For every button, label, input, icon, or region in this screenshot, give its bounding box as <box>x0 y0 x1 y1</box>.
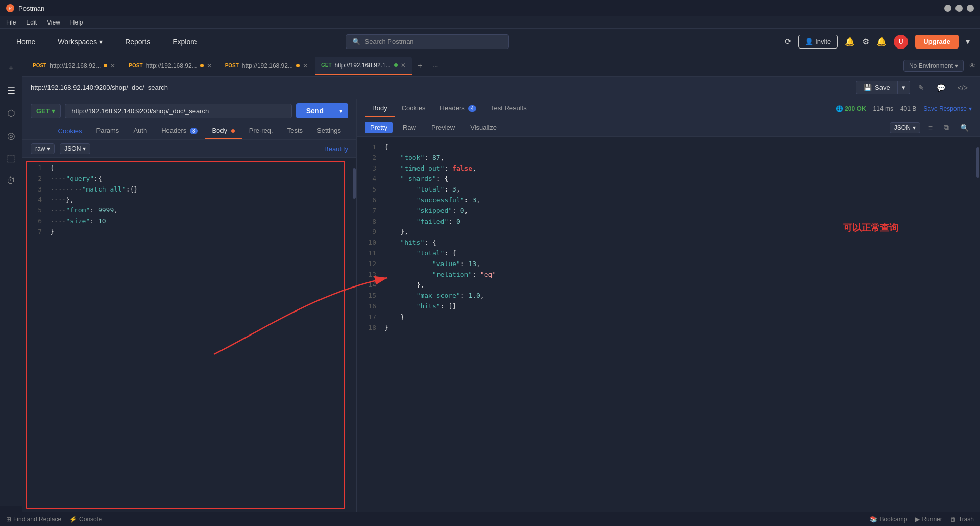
req-tab-prereq[interactable]: Pre-req. <box>242 123 280 139</box>
req-tab-body[interactable]: Body <box>205 123 241 139</box>
find-replace-icon: ⊞ <box>6 516 11 523</box>
request-body-editor[interactable]: 1 { 2 ····"query":{ 3 ········"match_all… <box>22 158 352 512</box>
menu-view[interactable]: View <box>47 19 60 26</box>
url-input[interactable] <box>65 104 291 118</box>
resp-scrollbar-thumb <box>976 147 979 178</box>
nav-reports[interactable]: Reports <box>119 35 156 49</box>
resp-copy-icon[interactable]: ⧉ <box>941 122 952 133</box>
resp-format-select[interactable]: JSON ▾ <box>890 122 920 133</box>
resp-view-raw[interactable]: Raw <box>398 122 421 133</box>
nav-workspaces[interactable]: Workspaces ▾ <box>52 35 109 49</box>
avatar[interactable]: U <box>894 35 908 49</box>
menubar: File Edit View Help <box>0 16 980 29</box>
save-dropdown-button[interactable]: ▾ <box>898 81 910 94</box>
search-bar[interactable]: 🔍 Search Postman <box>346 34 509 49</box>
minimize-button[interactable] <box>944 5 951 12</box>
send-dropdown-button[interactable]: ▾ <box>334 103 348 118</box>
req-tab-params[interactable]: Params <box>89 123 127 139</box>
url-bar-area: http://192.168.92.140:9200/shop/_doc/_se… <box>22 77 980 99</box>
resp-search-icon[interactable]: 🔍 <box>957 122 972 133</box>
tab-1[interactable]: POST http://192.168.92... ✕ <box>27 57 121 75</box>
resp-view-pretty[interactable]: Pretty <box>365 122 393 133</box>
alert-icon[interactable]: 🔔 <box>876 37 887 46</box>
code-icon[interactable]: </> <box>953 81 972 94</box>
sidebar-item-history[interactable]: ⏱ <box>2 172 20 190</box>
resp-view-preview[interactable]: Preview <box>426 122 460 133</box>
req-tab-settings[interactable]: Settings <box>310 123 348 139</box>
menu-file[interactable]: File <box>6 19 16 26</box>
save-button[interactable]: 💾 Save <box>856 81 898 94</box>
beautify-button[interactable]: Beautify <box>324 145 348 153</box>
req-tab-tests[interactable]: Tests <box>280 123 310 139</box>
bootcamp-icon: 📚 <box>870 516 877 523</box>
env-selector[interactable]: No Environment ▾ <box>903 60 964 72</box>
trash-button[interactable]: 🗑 Trash <box>950 516 974 523</box>
req-tab-cookies-left[interactable]: Cookies <box>51 123 89 139</box>
response-body-viewer[interactable]: 1 { 2 "took": 87, 3 "timed_out": false, … <box>357 137 976 512</box>
resp-size: 401 B <box>900 105 916 112</box>
resp-tab-test-results[interactable]: Test Results <box>483 100 534 117</box>
tab-4[interactable]: GET http://192.168.92.1... ✕ <box>315 57 412 75</box>
notification-bell-icon[interactable]: 🔔 <box>845 37 855 46</box>
bottom-right: 📚 Bootcamp ▶ Runner 🗑 Trash <box>870 516 974 523</box>
menu-help[interactable]: Help <box>70 19 83 26</box>
req-line-6: 6 ····"size": 10 <box>22 216 352 227</box>
resp-line-17: 17 } <box>357 312 976 323</box>
globe-icon: 🌐 <box>836 105 843 112</box>
tab-2-close[interactable]: ✕ <box>207 62 212 69</box>
resp-tab-body[interactable]: Body <box>365 100 395 117</box>
tab-3[interactable]: POST http://192.168.92... ✕ <box>219 57 314 75</box>
save-response-button[interactable]: Save Response ▾ <box>923 105 972 112</box>
send-btn-group: Send ▾ <box>296 103 348 118</box>
resp-line-1: 1 { <box>357 142 976 153</box>
send-button[interactable]: Send <box>296 103 334 118</box>
find-replace-button[interactable]: ⊞ Find and Replace <box>6 516 61 523</box>
resp-scrollbar[interactable] <box>976 137 980 512</box>
body-mode-select[interactable]: raw ▾ <box>31 143 55 154</box>
body-format-select[interactable]: JSON ▾ <box>60 143 90 154</box>
body-toolbar: raw ▾ JSON ▾ Beautify <box>22 140 356 158</box>
sidebar-item-collection[interactable]: ☰ <box>2 82 20 100</box>
req-scrollbar[interactable] <box>352 158 356 512</box>
req-tab-auth[interactable]: Auth <box>126 123 154 139</box>
sidebar-item-new[interactable]: + <box>2 59 20 78</box>
maximize-button[interactable] <box>955 5 963 12</box>
main-content: http://192.168.92.140:9200/shop/_doc/_se… <box>22 77 980 512</box>
bootcamp-button[interactable]: 📚 Bootcamp <box>870 516 907 523</box>
menu-edit[interactable]: Edit <box>26 19 37 26</box>
comment-icon[interactable]: 💬 <box>933 81 949 94</box>
body-dot <box>231 129 235 133</box>
tab-2[interactable]: POST http://192.168.92... ✕ <box>122 57 217 75</box>
content-split: GET ▾ Send ▾ Cookies Params Auth Headers… <box>22 99 980 512</box>
console-icon: ⚡ <box>69 516 77 523</box>
resp-tab-cookies[interactable]: Cookies <box>395 100 433 117</box>
tab-more-button[interactable]: ··· <box>428 59 443 73</box>
sidebar-item-environments[interactable]: ◎ <box>2 127 20 145</box>
nav-home[interactable]: Home <box>10 35 41 49</box>
upgrade-button[interactable]: Upgrade <box>915 35 959 49</box>
req-tab-headers[interactable]: Headers 8 <box>154 123 205 139</box>
close-button[interactable] <box>967 5 974 12</box>
invite-button[interactable]: 👤 Invite <box>798 35 838 49</box>
upgrade-dropdown-icon[interactable]: ▾ <box>966 37 970 46</box>
runner-button[interactable]: ▶ Runner <box>915 516 942 523</box>
tab-3-close[interactable]: ✕ <box>303 62 308 69</box>
console-button[interactable]: ⚡ Console <box>69 516 102 523</box>
tab-add-button[interactable]: + <box>413 59 427 73</box>
sync-icon[interactable]: ⟳ <box>785 37 791 46</box>
settings-gear-icon[interactable]: ⚙ <box>862 37 869 46</box>
method-select[interactable]: GET ▾ <box>31 104 61 118</box>
sidebar-item-api[interactable]: ⬡ <box>2 104 20 123</box>
env-eye-icon[interactable]: 👁 <box>969 62 976 70</box>
resp-filter-icon[interactable]: ≡ <box>925 122 936 133</box>
edit-icon[interactable]: ✎ <box>914 81 928 94</box>
req-line-1: 1 { <box>22 163 352 174</box>
app-title: Postman <box>18 5 44 12</box>
resp-tab-headers[interactable]: Headers 4 <box>433 100 483 117</box>
sidebar-item-mock[interactable]: ⬚ <box>2 149 20 168</box>
tab-4-close[interactable]: ✕ <box>401 62 406 69</box>
tab-1-close[interactable]: ✕ <box>110 62 115 69</box>
nav-explore[interactable]: Explore <box>166 35 203 49</box>
resp-view-visualize[interactable]: Visualize <box>465 122 502 133</box>
resp-toolbar: Pretty Raw Preview Visualize JSON ▾ ≡ ⧉ … <box>357 118 980 137</box>
